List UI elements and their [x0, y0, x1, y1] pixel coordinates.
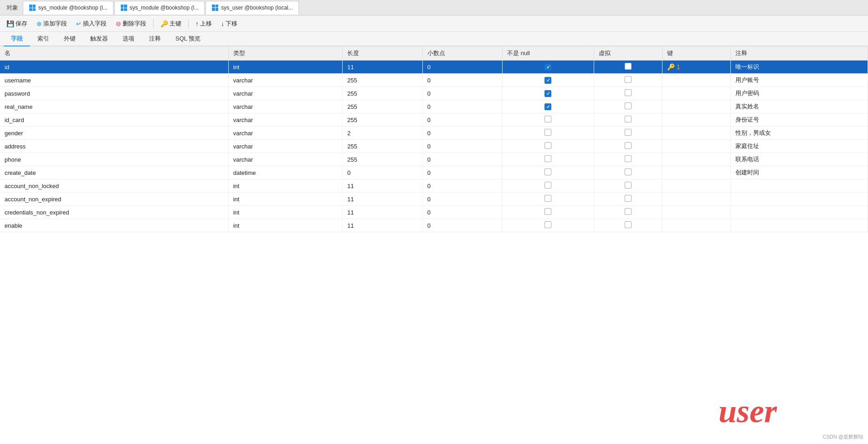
- cell-not-null[interactable]: [503, 127, 594, 140]
- cell-virtual[interactable]: [594, 100, 662, 113]
- cell-virtual[interactable]: [594, 166, 662, 179]
- cell-virtual[interactable]: [594, 153, 662, 166]
- delete-field-label: 删除字段: [123, 20, 146, 28]
- checkbox-virtual[interactable]: [625, 102, 632, 109]
- cell-virtual[interactable]: [594, 193, 662, 206]
- cell-virtual[interactable]: [594, 219, 662, 232]
- table-row[interactable]: id_cardvarchar2550身份证号: [0, 113, 868, 127]
- checkbox-not-null[interactable]: [544, 155, 551, 162]
- subtab-triggers[interactable]: 触发器: [83, 32, 115, 46]
- checkbox-not-null[interactable]: [544, 142, 551, 149]
- subtab-fields[interactable]: 字段: [4, 32, 30, 46]
- cell-virtual[interactable]: [594, 127, 662, 140]
- cell-not-null[interactable]: [503, 193, 594, 206]
- cell-not-null[interactable]: [503, 140, 594, 153]
- subtab-foreign-keys[interactable]: 外键: [56, 32, 83, 46]
- checkbox-virtual[interactable]: [625, 63, 632, 70]
- checkbox-virtual[interactable]: [625, 221, 632, 228]
- cell-type: varchar: [228, 153, 343, 166]
- table-row[interactable]: real_namevarchar2550真实姓名: [0, 100, 868, 113]
- table-row[interactable]: enableint110: [0, 219, 868, 232]
- cell-comment: [731, 219, 868, 232]
- move-down-button[interactable]: ↓ 下移: [217, 18, 241, 29]
- add-field-button[interactable]: ⊕ 添加字段: [33, 18, 71, 29]
- cell-not-null[interactable]: [503, 219, 594, 232]
- checkbox-not-null[interactable]: [544, 77, 551, 84]
- checkbox-not-null[interactable]: [544, 129, 551, 136]
- cell-comment: 用户密码: [731, 87, 868, 100]
- save-button[interactable]: 💾 保存: [3, 18, 31, 29]
- delete-field-button[interactable]: ⊖ 删除字段: [112, 18, 150, 29]
- cell-decimal: 0: [422, 153, 502, 166]
- checkbox-not-null[interactable]: [544, 116, 551, 122]
- table-row[interactable]: account_non_expiredint110: [0, 193, 868, 206]
- table-row[interactable]: usernamevarchar2550用户账号: [0, 74, 868, 87]
- table-row[interactable]: phonevarchar2550联系电话: [0, 153, 868, 166]
- checkbox-virtual[interactable]: [625, 89, 632, 96]
- tab-sys-module-1[interactable]: sys_module @bookshop (l...: [23, 1, 113, 15]
- table-row[interactable]: addressvarchar2550家庭住址: [0, 140, 868, 153]
- cell-not-null[interactable]: [503, 179, 594, 193]
- subtab-sql-preview[interactable]: SQL 预览: [168, 32, 208, 46]
- cell-not-null[interactable]: [503, 100, 594, 113]
- insert-field-button[interactable]: ↵ 插入字段: [72, 18, 110, 29]
- cell-name: enable: [0, 219, 228, 232]
- primary-key-button[interactable]: 🔑 主键: [157, 18, 185, 29]
- cell-comment: 性别，男或女: [731, 127, 868, 140]
- checkbox-not-null[interactable]: [544, 221, 551, 228]
- table-row[interactable]: account_non_lockedint110: [0, 179, 868, 193]
- col-header-key: 键: [662, 46, 730, 61]
- table-row[interactable]: create_datedatetime00创建时间: [0, 166, 868, 179]
- checkbox-virtual[interactable]: [625, 182, 632, 189]
- cell-key: [662, 100, 730, 113]
- cell-key: [662, 179, 730, 193]
- cell-not-null[interactable]: [503, 153, 594, 166]
- cell-virtual[interactable]: [594, 179, 662, 193]
- cell-not-null[interactable]: [503, 166, 594, 179]
- cell-virtual[interactable]: [594, 87, 662, 100]
- cell-not-null[interactable]: [503, 206, 594, 219]
- table-row[interactable]: credentials_non_expiredint110: [0, 206, 868, 219]
- cell-not-null[interactable]: [503, 87, 594, 100]
- subtab-options[interactable]: 选项: [115, 32, 142, 46]
- cell-virtual[interactable]: [594, 113, 662, 127]
- checkbox-virtual[interactable]: [625, 76, 632, 83]
- checkbox-virtual[interactable]: [625, 168, 632, 175]
- cell-type: int: [228, 206, 343, 219]
- checkbox-virtual[interactable]: [625, 142, 632, 149]
- cell-type: int: [228, 219, 343, 232]
- checkbox-not-null[interactable]: [544, 90, 551, 97]
- cell-virtual[interactable]: [594, 74, 662, 87]
- tab-sys-user[interactable]: sys_user @bookshop (local...: [205, 1, 299, 15]
- checkbox-not-null[interactable]: [544, 182, 551, 189]
- cell-length: 255: [343, 100, 422, 113]
- subtab-indexes[interactable]: 索引: [30, 32, 56, 46]
- checkbox-virtual[interactable]: [625, 195, 632, 202]
- cell-not-null[interactable]: [503, 113, 594, 127]
- checkbox-virtual[interactable]: [625, 129, 632, 136]
- table-container[interactable]: 名 类型 长度 小数点 不是 null 虚拟 键 注释 idint110🔑 1唯…: [0, 46, 868, 444]
- table-row[interactable]: idint110🔑 1唯一标识: [0, 61, 868, 74]
- table-row[interactable]: gendervarchar20性别，男或女: [0, 127, 868, 140]
- cell-decimal: 0: [422, 179, 502, 193]
- cell-virtual[interactable]: [594, 140, 662, 153]
- table-row[interactable]: passwordvarchar2550用户密码: [0, 87, 868, 100]
- subtab-comments[interactable]: 注释: [142, 32, 168, 46]
- cell-not-null[interactable]: [503, 74, 594, 87]
- table-icon-3: [211, 4, 219, 11]
- checkbox-not-null[interactable]: [544, 103, 551, 110]
- cell-virtual[interactable]: [594, 206, 662, 219]
- checkbox-not-null[interactable]: [544, 208, 551, 215]
- cell-length: 255: [343, 140, 422, 153]
- checkbox-virtual[interactable]: [625, 155, 632, 162]
- checkbox-not-null[interactable]: [544, 195, 551, 202]
- checkbox-not-null[interactable]: [544, 64, 551, 71]
- checkbox-virtual[interactable]: [625, 116, 632, 122]
- tab-sys-module-2[interactable]: sys_module @bookshop (l...: [114, 1, 205, 15]
- checkbox-virtual[interactable]: [625, 208, 632, 215]
- move-up-button[interactable]: ↑ 上移: [192, 18, 216, 29]
- col-header-virtual: 虚拟: [594, 46, 662, 61]
- checkbox-not-null[interactable]: [544, 168, 551, 175]
- cell-not-null[interactable]: [503, 61, 594, 74]
- cell-virtual[interactable]: [594, 61, 662, 74]
